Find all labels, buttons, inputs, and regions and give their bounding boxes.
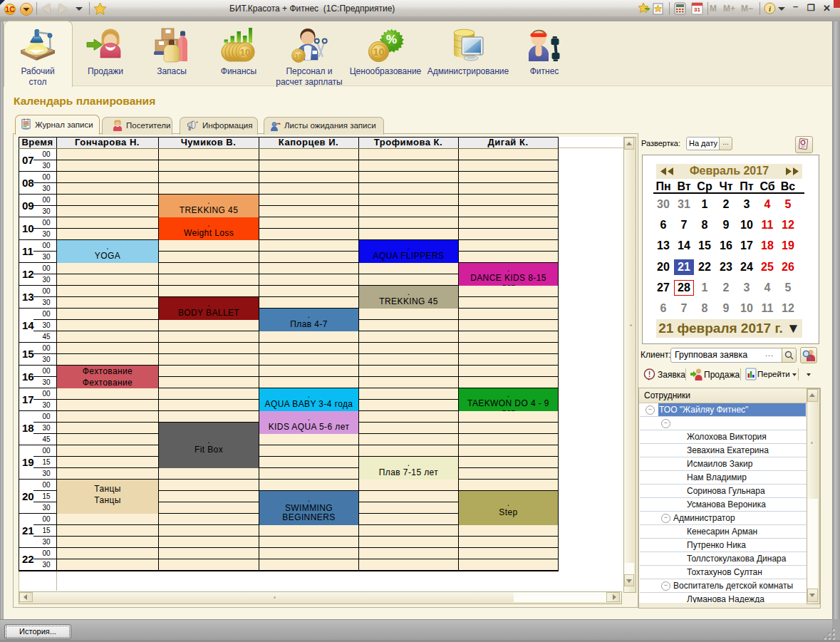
svg-text:%: %	[386, 33, 397, 46]
svg-text:1С: 1С	[6, 6, 15, 14]
svg-text:10: 10	[295, 52, 303, 60]
svg-text:!: !	[648, 370, 651, 378]
svg-text:10: 10	[373, 46, 384, 58]
svg-text:10: 10	[240, 47, 250, 58]
svg-text:31: 31	[694, 6, 700, 13]
